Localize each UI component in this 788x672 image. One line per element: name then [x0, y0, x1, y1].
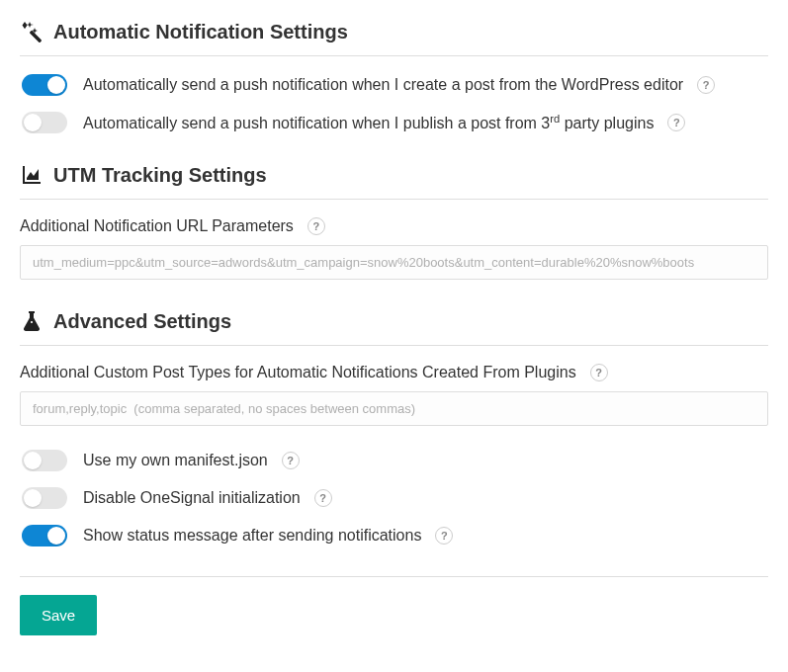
section-title-advanced: Advanced Settings: [53, 310, 231, 333]
toggle-row-status-msg: Show status message after sending notifi…: [20, 525, 768, 546]
toggle-status-msg[interactable]: [22, 525, 67, 546]
section-title-auto-notif: Automatic Notification Settings: [53, 21, 348, 43]
help-icon[interactable]: ?: [282, 452, 300, 469]
field-label-custom-post-types: Additional Custom Post Types for Automat…: [20, 364, 768, 381]
automatic-notification-section: Automatic Notification Settings Automati…: [20, 20, 768, 133]
toggle-publish-post[interactable]: [22, 112, 67, 133]
toggle-own-manifest[interactable]: [22, 450, 67, 471]
help-icon[interactable]: ?: [307, 217, 325, 235]
field-custom-post-types: Additional Custom Post Types for Automat…: [20, 364, 768, 426]
section-header-advanced: Advanced Settings: [20, 309, 768, 346]
advanced-settings-section: Advanced Settings Additional Custom Post…: [20, 309, 768, 546]
magic-wand-icon: [20, 20, 44, 43]
utm-tracking-section: UTM Tracking Settings Additional Notific…: [20, 163, 768, 280]
help-icon[interactable]: ?: [667, 114, 685, 131]
section-header-utm: UTM Tracking Settings: [20, 163, 768, 200]
help-icon[interactable]: ?: [697, 76, 715, 94]
toggle-label-status-msg: Show status message after sending notifi…: [83, 527, 453, 545]
toggle-label-own-manifest: Use my own manifest.json ?: [83, 452, 300, 469]
toggle-label-disable-init: Disable OneSignal initialization ?: [83, 489, 332, 507]
toggle-label-create-post: Automatically send a push notification w…: [83, 76, 715, 94]
area-chart-icon: [20, 163, 44, 187]
toggle-row-create-post: Automatically send a push notification w…: [20, 74, 768, 96]
footer-divider: [20, 576, 768, 577]
toggle-label-publish-post: Automatically send a push notification w…: [83, 113, 685, 132]
toggle-row-publish-post: Automatically send a push notification w…: [20, 112, 768, 133]
toggle-create-post[interactable]: [22, 74, 67, 96]
field-url-parameters: Additional Notification URL Parameters ?: [20, 217, 768, 280]
flask-icon: [20, 309, 44, 333]
section-header-auto-notif: Automatic Notification Settings: [20, 20, 768, 56]
field-label-url-parameters: Additional Notification URL Parameters ?: [20, 217, 768, 235]
help-icon[interactable]: ?: [314, 489, 332, 507]
help-icon[interactable]: ?: [590, 364, 608, 381]
save-button[interactable]: Save: [20, 595, 97, 635]
custom-post-types-input[interactable]: [20, 391, 768, 426]
toggle-disable-init[interactable]: [22, 487, 67, 509]
toggle-row-own-manifest: Use my own manifest.json ?: [20, 450, 768, 471]
toggle-row-disable-init: Disable OneSignal initialization ?: [20, 487, 768, 509]
help-icon[interactable]: ?: [435, 527, 453, 545]
url-parameters-input[interactable]: [20, 245, 768, 280]
section-title-utm: UTM Tracking Settings: [53, 164, 267, 187]
